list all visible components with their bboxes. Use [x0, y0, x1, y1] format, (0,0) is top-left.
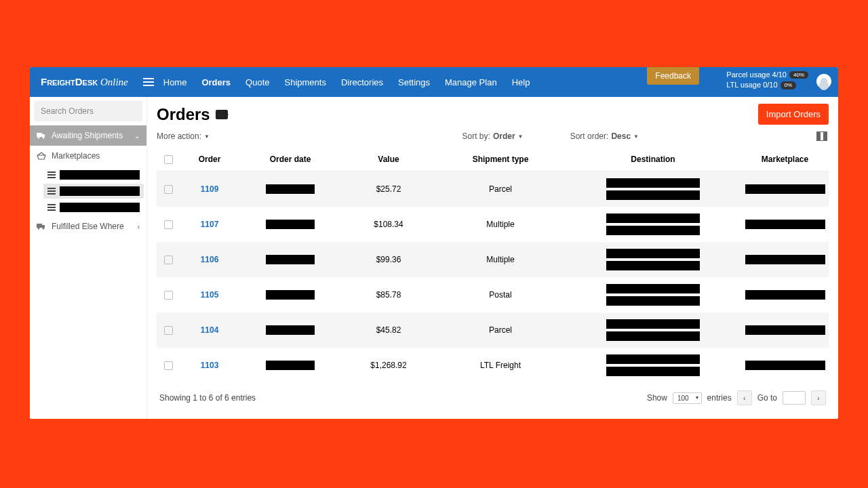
nav-links: HomeOrdersQuoteShipmentsDirectoriesSetti…	[163, 77, 530, 87]
col-order-date: Order date	[239, 155, 341, 164]
feedback-button[interactable]: Feedback	[647, 67, 699, 85]
table-row[interactable]: 1106$99.36Multiple	[157, 242, 829, 277]
list-icon	[47, 188, 56, 195]
sidebar-marketplaces[interactable]: Marketplaces	[30, 146, 146, 166]
table-row[interactable]: 1104$45.82Parcel	[157, 312, 829, 348]
sort-by-value: Order	[493, 131, 515, 141]
col-destination: Destination	[565, 155, 741, 164]
redacted-text	[606, 190, 700, 200]
ltl-usage-label: LTL usage 0/10	[726, 80, 777, 90]
redacted-text	[60, 203, 140, 212]
sidebar-sub-item[interactable]	[43, 184, 144, 199]
row-checkbox[interactable]	[164, 185, 173, 194]
redacted-text	[266, 361, 315, 370]
sidebar-marketplaces-label: Marketplaces	[52, 151, 100, 161]
parcel-usage-pct: 40%	[789, 71, 808, 79]
import-orders-button[interactable]: Import Orders	[758, 104, 829, 125]
brand-suffix: Online	[100, 77, 128, 87]
redacted-text	[745, 361, 825, 370]
order-link[interactable]: 1103	[201, 361, 219, 370]
order-link[interactable]: 1106	[201, 255, 219, 264]
shipment-type: Postal	[436, 290, 565, 300]
order-value: $25.72	[341, 184, 436, 194]
redacted-text	[266, 290, 315, 300]
select-all-checkbox[interactable]	[164, 155, 173, 164]
order-link[interactable]: 1104	[201, 325, 219, 335]
more-action-dropdown[interactable]: More action: ▼	[157, 131, 210, 141]
columns-icon[interactable]	[816, 131, 827, 141]
shipment-type: Parcel	[436, 325, 565, 335]
svg-rect-1	[42, 134, 45, 137]
caret-down-icon: ▼	[204, 134, 210, 140]
order-value: $1,268.92	[341, 361, 436, 370]
nav-shipments[interactable]: Shipments	[285, 77, 326, 87]
redacted-text	[606, 367, 700, 376]
body: Search Orders Awaiting Shipments ⌄ Marke…	[30, 97, 838, 419]
table-row[interactable]: 1105$85.78Postal	[157, 277, 829, 312]
sidebar-sublist	[30, 167, 146, 215]
hamburger-icon[interactable]	[143, 77, 154, 87]
col-marketplace: Marketplace	[741, 155, 829, 164]
goto-input[interactable]	[783, 391, 806, 405]
table-footer: Showing 1 to 6 of 6 entries Show 100 ent…	[157, 384, 829, 412]
nav-directories[interactable]: Directories	[341, 77, 383, 87]
row-checkbox[interactable]	[164, 291, 173, 300]
page-size-select[interactable]: 100	[673, 392, 702, 404]
nav-settings[interactable]: Settings	[398, 77, 430, 87]
main-content: Orders Import Orders More action: ▼ Sort…	[147, 97, 838, 419]
table-row[interactable]: 1103$1,268.92LTL Freight	[157, 348, 829, 383]
shipment-type: Multiple	[436, 255, 565, 264]
table-controls: More action: ▼ Sort by: Order ▼ Sort ord…	[157, 131, 829, 141]
sort-order-dropdown[interactable]: Sort order: Desc ▼	[570, 131, 639, 141]
sidebar-fulfilled-elsewhere[interactable]: Fulfilled Else Where ‹	[30, 216, 146, 237]
nav-help[interactable]: Help	[512, 77, 530, 87]
row-checkbox[interactable]	[164, 256, 173, 264]
table-row[interactable]: 1109$25.72Parcel	[157, 171, 829, 207]
entries-info: Showing 1 to 6 of 6 entries	[159, 393, 256, 403]
table-row[interactable]: 1107$108.34Multiple	[157, 207, 829, 242]
shipment-type: LTL Freight	[436, 361, 565, 370]
sidebar-awaiting-label: Awaiting Shipments	[52, 131, 123, 140]
page-header: Orders Import Orders	[157, 104, 829, 125]
row-checkbox[interactable]	[164, 361, 173, 370]
caret-down-icon: ▼	[518, 134, 524, 140]
sidebar-sub-item[interactable]	[43, 167, 144, 182]
redacted-text	[266, 184, 315, 194]
prev-page-button[interactable]: ‹	[737, 390, 752, 405]
ltl-usage-pct: 0%	[781, 81, 797, 89]
show-label: Show	[647, 393, 667, 403]
row-checkbox[interactable]	[164, 220, 173, 229]
redacted-text	[60, 170, 140, 180]
nav-home[interactable]: Home	[163, 77, 187, 87]
sidebar-sub-item[interactable]	[43, 200, 144, 215]
table-body: 1109$25.72Parcel1107$108.34Multiple1106$…	[157, 171, 829, 383]
redacted-text	[745, 220, 825, 229]
nav-quote[interactable]: Quote	[245, 77, 269, 87]
order-value: $85.78	[341, 290, 436, 300]
order-link[interactable]: 1109	[201, 184, 219, 194]
svg-point-3	[43, 137, 45, 139]
avatar[interactable]	[816, 74, 831, 89]
redacted-text	[606, 284, 700, 293]
redacted-text	[266, 255, 315, 264]
order-link[interactable]: 1105	[201, 290, 219, 300]
video-icon[interactable]	[216, 110, 228, 119]
next-page-button[interactable]: ›	[811, 390, 826, 405]
sort-order-label: Sort order:	[570, 131, 609, 141]
redacted-text	[606, 226, 700, 235]
row-checkbox[interactable]	[164, 326, 173, 335]
sidebar-awaiting-shipments[interactable]: Awaiting Shipments ⌄	[30, 125, 146, 146]
brand-logo: FreightDesk Online	[30, 76, 139, 88]
sort-by-dropdown[interactable]: Sort by: Order ▼	[462, 131, 524, 141]
usage-info: Parcel usage 4/1040% LTL usage 0/100%	[726, 70, 808, 91]
redacted-text	[606, 319, 700, 329]
redacted-text	[266, 325, 315, 335]
nav-orders[interactable]: Orders	[201, 77, 231, 87]
nav-manage-plan[interactable]: Manage Plan	[445, 77, 497, 87]
svg-rect-5	[42, 225, 45, 228]
order-link[interactable]: 1107	[201, 220, 219, 229]
chevron-left-icon: ‹	[138, 223, 140, 230]
shipment-type: Parcel	[436, 184, 565, 194]
shipment-type: Multiple	[436, 220, 565, 229]
search-input[interactable]: Search Orders	[34, 101, 142, 121]
